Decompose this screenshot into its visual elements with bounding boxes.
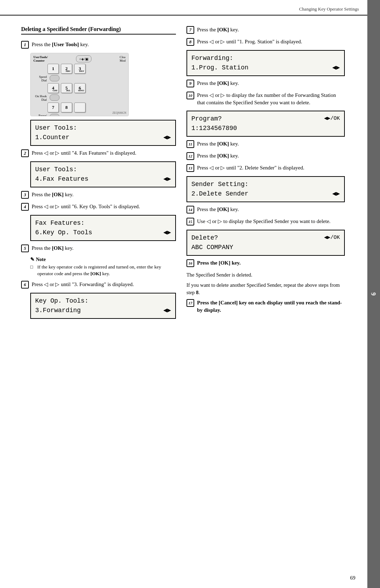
arrow-icon: ◀▶ xyxy=(163,306,171,315)
after-step16-line1: The Specified Sender is deleted. xyxy=(186,271,345,279)
display-forwarding-prog: Forwarding: 1.Prog. Station ◀▶ xyxy=(186,50,345,76)
step-13-num: 13 xyxy=(186,164,194,172)
after-step16: The Specified Sender is deleted. If you … xyxy=(186,271,345,296)
display-user-tools-counter: User Tools: 1.Counter ◀▶ xyxy=(30,120,176,146)
step-7-text: Press the [OK] key. xyxy=(197,26,239,33)
step-9: 9 Press the [OK] key. xyxy=(186,80,345,87)
keyboard-image: UserTools/Counter ○◈/▣ CleaMod 1 2ABC 3D… xyxy=(30,53,129,116)
step-1-num: 1 xyxy=(21,41,29,49)
step-16-text: Press the [OK] key. xyxy=(197,259,241,267)
step-5-text: Press the [OK] key. xyxy=(32,245,74,252)
step-5-num: 5 xyxy=(21,245,29,252)
step-9-num: 9 xyxy=(186,80,194,87)
display-line1: Delete? xyxy=(191,233,218,243)
step-3: 3 Press the [OK] key. xyxy=(21,191,176,199)
content-area: Deleting a Specified Sender (Forwarding)… xyxy=(0,16,380,333)
sidebar-number: 6 xyxy=(370,292,378,296)
step-1-text: Press the [User Tools] key. xyxy=(32,41,89,48)
note-item-1: □ If the key operator code is registered… xyxy=(30,264,176,277)
step-11-text: Press the [OK] key. xyxy=(197,140,239,148)
display-program-number: Program? ◀▶/OK 1:1234567890 xyxy=(186,111,345,137)
step-15-num: 15 xyxy=(186,218,194,225)
step-7: 7 Press the [OK] key. xyxy=(186,26,345,34)
display-line1: Key Op. Tools: xyxy=(35,296,88,306)
display-line1: Program? xyxy=(191,114,222,124)
step-16-num: 16 xyxy=(186,259,194,267)
display-line1: Forwarding: xyxy=(191,54,233,63)
display-delete-abc: Delete? ◀▶/OK ABC COMPANY xyxy=(186,230,345,256)
note-bullet: □ xyxy=(30,264,35,270)
display-sender-setting: Sender Setting: 2.Delete Sender ◀▶ xyxy=(186,176,345,202)
step-15: 15 Use ◁ or ▷ to display the Specified S… xyxy=(186,218,345,225)
step-8-text: Press ◁ or ▷ until "1. Prog. Station" is… xyxy=(197,38,302,45)
step-14-text: Press the [OK] key. xyxy=(197,206,239,213)
note-box: ✎ Note □ If the key operator code is reg… xyxy=(30,256,176,277)
note-label: Note xyxy=(36,257,46,262)
display-line1: User Tools: xyxy=(35,165,77,174)
step-8-num: 8 xyxy=(186,38,194,46)
note-title: ✎ Note xyxy=(30,256,176,262)
display-key-op-forwarding: Key Op. Tools: 3.Forwarding ◀▶ xyxy=(30,293,176,319)
arrow-icon: ◀▶ xyxy=(163,133,171,142)
step-12-num: 12 xyxy=(186,152,194,160)
step-12-text: Press the [OK] key. xyxy=(197,152,239,160)
step-17: 17 Press the [Cancel] key on each displa… xyxy=(186,299,345,314)
arrow-icon: ◀▶ xyxy=(332,63,340,73)
right-column: 7 Press the [OK] key. 8 Press ◁ or ▷ unt… xyxy=(186,26,345,322)
step-4-text: Press ◁ or ▷ until "6. Key Op. Tools" is… xyxy=(32,203,140,210)
step-8: 8 Press ◁ or ▷ until "1. Prog. Station" … xyxy=(186,38,345,46)
step-6-num: 6 xyxy=(21,281,29,289)
display-line2: 1.Counter xyxy=(35,133,69,142)
step-14-num: 14 xyxy=(186,206,194,213)
header-text: Changing Key Operator Settings xyxy=(299,6,359,12)
page-header: Changing Key Operator Settings xyxy=(0,0,380,16)
step-15-text: Use ◁ or ▷ to display the Specified Send… xyxy=(197,218,330,225)
display-fax-features-key: Fax Features: 6.Key Op. Tools ◀▶ xyxy=(30,215,176,241)
display-line2: 2.Delete Sender xyxy=(191,189,248,199)
step-17-num: 17 xyxy=(186,299,194,307)
step-2-num: 2 xyxy=(21,149,29,157)
step-6-text: Press ◁ or ▷ until "3. Forwarding" is di… xyxy=(32,281,134,288)
display-line2: 4.Fax Features xyxy=(35,174,88,184)
display-line2: ABC COMPANY xyxy=(191,243,233,252)
sidebar-bar: 6 xyxy=(367,0,380,588)
step-16: 16 Press the [OK] key. xyxy=(186,259,345,267)
arrow-ok-icon2: ◀▶/OK xyxy=(324,234,340,242)
left-column: Deleting a Specified Sender (Forwarding)… xyxy=(21,26,176,322)
step-17-text: Press the [Cancel] key on each display u… xyxy=(197,299,345,314)
step-3-num: 3 xyxy=(21,191,29,199)
step-12: 12 Press the [OK] key. xyxy=(186,152,345,160)
step-13-text: Press ◁ or ▷ until "2. Delete Sender" is… xyxy=(197,164,304,172)
step-10: 10 Press ◁ or ▷ to display the fax numbe… xyxy=(186,92,345,106)
step-10-num: 10 xyxy=(186,92,194,99)
step-3-text: Press the [OK] key. xyxy=(32,191,74,198)
pencil-icon: ✎ xyxy=(30,256,34,262)
step-14: 14 Press the [OK] key. xyxy=(186,206,345,213)
display-line2: 3.Forwarding xyxy=(35,306,81,315)
display-line2: 1.Prog. Station xyxy=(191,63,248,73)
page-number: 69 xyxy=(350,575,355,581)
step-11-num: 11 xyxy=(186,140,194,148)
note-text: If the key operator code is registered a… xyxy=(37,264,176,277)
display-line1: Fax Features: xyxy=(35,218,84,228)
step-4: 4 Press ◁ or ▷ until "6. Key Op. Tools" … xyxy=(21,203,176,211)
display-line2: 1:1234567890 xyxy=(191,124,237,133)
step-10-text: Press ◁ or ▷ to display the fax number o… xyxy=(197,92,345,106)
display-line1: User Tools: xyxy=(35,123,77,133)
step-1: 1 Press the [User Tools] key. xyxy=(21,41,176,49)
display-line1: Sender Setting: xyxy=(191,180,248,189)
display-line2: 6.Key Op. Tools xyxy=(35,228,92,237)
section-title: Deleting a Specified Sender (Forwarding) xyxy=(21,26,176,35)
step-4-num: 4 xyxy=(21,203,29,211)
step-2-text: Press ◁ or ▷ until "4. Fax Features" is … xyxy=(32,149,136,157)
arrow-icon: ◀▶ xyxy=(332,189,340,199)
step-5: 5 Press the [OK] key. xyxy=(21,245,176,252)
step-9-text: Press the [OK] key. xyxy=(197,80,239,87)
arrow-icon: ◀▶ xyxy=(163,174,171,184)
display-user-tools-fax: User Tools: 4.Fax Features ◀▶ xyxy=(30,161,176,187)
after-step16-line2: If you want to delete another Specified … xyxy=(186,281,345,296)
step-6: 6 Press ◁ or ▷ until "3. Forwarding" is … xyxy=(21,281,176,289)
arrow-ok-icon: ◀▶/OK xyxy=(324,115,340,123)
step-2: 2 Press ◁ or ▷ until "4. Fax Features" i… xyxy=(21,149,176,157)
arrow-icon: ◀▶ xyxy=(163,228,171,237)
